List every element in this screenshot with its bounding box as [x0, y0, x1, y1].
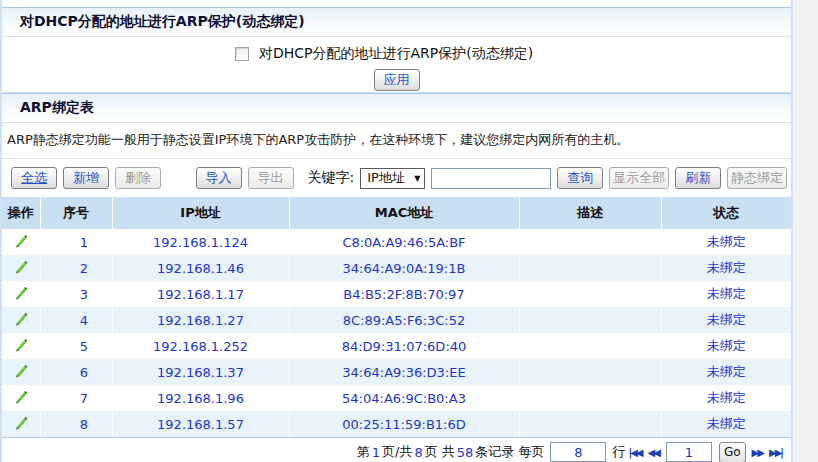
- query-button[interactable]: 查询: [557, 167, 603, 189]
- pagination-bar: 第 1 页/共 8 页 共 58 条记录 每页 行 |◀◀ ◀◀ Go ▶▶ ▶…: [2, 437, 791, 462]
- page-root: 对DHCP分配的地址进行ARP保护(动态绑定) 对DHCP分配的地址进行ARP保…: [0, 0, 818, 462]
- index-cell: 8: [40, 411, 112, 437]
- description-cell: [519, 229, 661, 255]
- status-cell: 未绑定: [661, 307, 791, 333]
- col-header-operation: 操作: [2, 197, 40, 229]
- static-bind-button[interactable]: 静态绑定: [727, 167, 787, 189]
- ip-cell: 192.168.1.57: [112, 411, 289, 437]
- edit-pencil-icon[interactable]: [13, 389, 28, 404]
- status-cell: 未绑定: [661, 359, 791, 385]
- mac-cell: 8C:89:A5:F6:3C:52: [289, 307, 519, 333]
- delete-button[interactable]: 删除: [115, 167, 161, 189]
- mac-cell: 54:04:A6:9C:B0:A3: [289, 385, 519, 411]
- ip-cell: 192.168.1.96: [112, 385, 289, 411]
- ip-cell: 192.168.1.37: [112, 359, 289, 385]
- content-panel: 对DHCP分配的地址进行ARP保护(动态绑定) 对DHCP分配的地址进行ARP保…: [0, 0, 793, 462]
- mac-cell: B4:B5:2F:8B:70:97: [289, 281, 519, 307]
- edit-pencil-icon[interactable]: [13, 337, 28, 352]
- status-cell: 未绑定: [661, 281, 791, 307]
- status-cell: 未绑定: [661, 255, 791, 281]
- keyword-field-value: IP地址: [367, 169, 405, 187]
- keyword-search-input[interactable]: [431, 168, 551, 189]
- page-info-seg: 页/共: [382, 443, 412, 461]
- operation-cell: [2, 385, 40, 411]
- arp-binding-table: 操作 序号 IP地址 MAC地址 描述 状态 1192.168.1.124C8:…: [2, 197, 791, 437]
- chevron-down-icon: ▼: [414, 174, 420, 183]
- col-header-index: 序号: [40, 197, 112, 229]
- mac-cell: 34:64:A9:0A:19:1B: [289, 255, 519, 281]
- edit-pencil-icon[interactable]: [13, 363, 28, 378]
- export-button[interactable]: 导出: [248, 167, 294, 189]
- keyword-label: 关键字:: [308, 169, 355, 187]
- goto-page-input[interactable]: [666, 442, 712, 462]
- index-cell: 3: [40, 281, 112, 307]
- dhcp-section-body: 对DHCP分配的地址进行ARP保护(动态绑定) 应用: [2, 37, 791, 93]
- edit-pencil-icon[interactable]: [13, 233, 28, 248]
- keyword-field-select[interactable]: IP地址 ▼: [360, 168, 425, 189]
- arp-toolbar: 全选 新增 删除 导入 导出 关键字: IP地址 ▼ 查询 显示全部 刷新 静态…: [2, 159, 791, 197]
- status-cell: 未绑定: [661, 411, 791, 437]
- go-button[interactable]: Go: [719, 442, 746, 462]
- dhcp-arp-protect-label: 对DHCP分配的地址进行ARP保护(动态绑定): [259, 45, 533, 63]
- index-cell: 1: [40, 229, 112, 255]
- table-row: 6192.168.1.3734:64:A9:36:D3:EE未绑定: [2, 359, 791, 385]
- status-cell: 未绑定: [661, 385, 791, 411]
- dhcp-arp-protect-checkbox[interactable]: [235, 47, 249, 61]
- current-page-number: 1: [370, 445, 382, 460]
- total-records-number: 58: [455, 445, 476, 460]
- table-row: 8192.168.1.5700:25:11:59:B1:6D未绑定: [2, 411, 791, 437]
- first-page-icon[interactable]: |◀◀: [628, 447, 641, 458]
- col-header-description: 描述: [519, 197, 661, 229]
- show-all-button[interactable]: 显示全部: [609, 167, 669, 189]
- table-row: 3192.168.1.17B4:B5:2F:8B:70:97未绑定: [2, 281, 791, 307]
- arp-section-description: ARP静态绑定功能一般用于静态设置IP环境下的ARP攻击防护，在这种环境下，建议…: [2, 123, 791, 159]
- edit-pencil-icon[interactable]: [13, 259, 28, 274]
- top-spacer: [2, 0, 791, 7]
- index-cell: 6: [40, 359, 112, 385]
- ip-cell: 192.168.1.46: [112, 255, 289, 281]
- operation-cell: [2, 229, 40, 255]
- edit-pencil-icon[interactable]: [13, 285, 28, 300]
- select-all-label: 全选: [21, 169, 47, 187]
- index-cell: 2: [40, 255, 112, 281]
- ip-cell: 192.168.1.17: [112, 281, 289, 307]
- description-cell: [519, 255, 661, 281]
- mac-cell: 34:64:A9:36:D3:EE: [289, 359, 519, 385]
- operation-cell: [2, 307, 40, 333]
- table-row: 4192.168.1.278C:89:A5:F6:3C:52未绑定: [2, 307, 791, 333]
- refresh-button[interactable]: 刷新: [675, 167, 721, 189]
- description-cell: [519, 281, 661, 307]
- table-row: 5192.168.1.25284:D9:31:07:6D:40未绑定: [2, 333, 791, 359]
- edit-pencil-icon[interactable]: [13, 415, 28, 430]
- last-page-icon[interactable]: ▶▶|: [769, 447, 782, 458]
- next-page-icon[interactable]: ▶▶: [752, 447, 763, 458]
- prev-page-icon[interactable]: ◀◀: [648, 447, 659, 458]
- dhcp-section-title: 对DHCP分配的地址进行ARP保护(动态绑定): [2, 7, 791, 37]
- description-cell: [519, 411, 661, 437]
- ip-cell: 192.168.1.252: [112, 333, 289, 359]
- col-header-status: 状态: [661, 197, 791, 229]
- operation-cell: [2, 281, 40, 307]
- select-all-button[interactable]: 全选: [11, 167, 57, 189]
- edit-pencil-icon[interactable]: [13, 311, 28, 326]
- apply-button[interactable]: 应用: [374, 69, 420, 91]
- index-cell: 4: [40, 307, 112, 333]
- operation-cell: [2, 255, 40, 281]
- operation-cell: [2, 333, 40, 359]
- import-button[interactable]: 导入: [196, 167, 242, 189]
- table-row: 2192.168.1.4634:64:A9:0A:19:1B未绑定: [2, 255, 791, 281]
- page-info-seg: 第: [357, 443, 370, 461]
- ip-cell: 192.168.1.124: [112, 229, 289, 255]
- col-header-ip: IP地址: [112, 197, 289, 229]
- mac-cell: 84:D9:31:07:6D:40: [289, 333, 519, 359]
- page-size-input[interactable]: [550, 442, 606, 462]
- description-cell: [519, 385, 661, 411]
- add-button[interactable]: 新增: [63, 167, 109, 189]
- status-cell: 未绑定: [661, 333, 791, 359]
- operation-cell: [2, 411, 40, 437]
- index-cell: 7: [40, 385, 112, 411]
- ip-cell: 192.168.1.27: [112, 307, 289, 333]
- page-info-seg: 页 共: [425, 443, 455, 461]
- table-row: 7192.168.1.9654:04:A6:9C:B0:A3未绑定: [2, 385, 791, 411]
- status-cell: 未绑定: [661, 229, 791, 255]
